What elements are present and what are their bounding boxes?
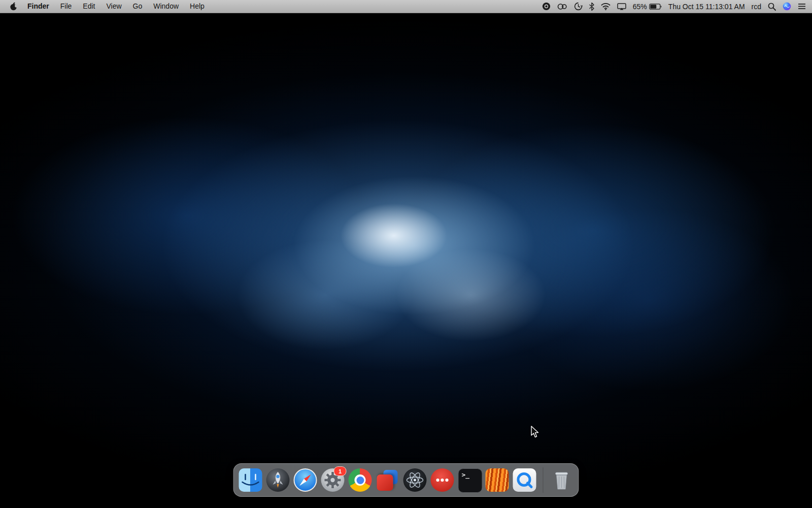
wifi-icon xyxy=(601,3,611,10)
finder-icon xyxy=(239,468,262,492)
quicktime-q-icon xyxy=(513,468,536,492)
red-blue-app-icon xyxy=(376,468,399,492)
menu-go[interactable]: Go xyxy=(128,0,148,13)
menu-bar: Finder File Edit View Go Window Help xyxy=(0,0,812,13)
dock-item-finder[interactable] xyxy=(239,468,262,492)
bluetooth-menu-extra[interactable] xyxy=(589,0,594,13)
dock-item-terminal[interactable]: >_ xyxy=(458,468,482,492)
menu-bar-left: Finder File Edit View Go Window Help xyxy=(6,0,210,13)
menu-window[interactable]: Window xyxy=(148,0,184,13)
menu-help[interactable]: Help xyxy=(185,0,210,13)
notification-badge: 1 xyxy=(334,466,347,476)
menu-file[interactable]: File xyxy=(55,0,77,13)
dock-item-system-preferences[interactable]: 1 xyxy=(321,468,345,492)
dock-item-chrome[interactable] xyxy=(349,468,372,492)
apple-logo-icon xyxy=(10,2,18,11)
siri-icon xyxy=(783,2,791,11)
battery-icon xyxy=(649,4,662,10)
trash-icon xyxy=(550,468,573,492)
terminal-icon: >_ xyxy=(458,468,483,493)
bluetooth-icon xyxy=(589,3,594,11)
atom-orbits-icon xyxy=(403,468,427,492)
mouse-cursor xyxy=(530,426,539,438)
menu-view[interactable]: View xyxy=(101,0,126,13)
launchpad-rocket-icon xyxy=(266,468,290,492)
menu-edit[interactable]: Edit xyxy=(78,0,100,13)
dock-item-atom-app[interactable] xyxy=(403,468,427,492)
apple-menu[interactable] xyxy=(6,2,21,11)
creative-cloud-menu-extra[interactable] xyxy=(557,0,567,13)
dock: 1 xyxy=(233,463,579,497)
menu-bar-clock[interactable]: Thu Oct 15 11:13:01 AM xyxy=(668,3,745,11)
dock-item-launchpad[interactable] xyxy=(266,468,290,492)
terminal-prompt-glyph: >_ xyxy=(462,471,470,479)
creative-cloud-icon xyxy=(557,3,567,10)
dock-item-quicktime[interactable] xyxy=(513,468,536,492)
dock-item-safari[interactable] xyxy=(294,468,317,492)
battery-menu-extra[interactable]: 65% xyxy=(633,0,662,13)
red-dots-icon xyxy=(431,468,454,492)
dock-item-red-blue-app[interactable] xyxy=(376,468,399,492)
dock-item-red-dots-app[interactable] xyxy=(431,468,454,492)
siri-menu-extra[interactable] xyxy=(783,0,791,13)
notification-center-menu-extra[interactable] xyxy=(798,0,806,13)
menu-list-icon xyxy=(798,3,806,10)
active-app-menu[interactable]: Finder xyxy=(22,0,54,13)
desktop-wallpaper[interactable] xyxy=(0,13,812,508)
chrome-icon xyxy=(349,468,372,492)
user-menu-extra[interactable]: rcd xyxy=(752,3,761,11)
battery-percent-label: 65% xyxy=(633,3,647,11)
dock-item-trash[interactable] xyxy=(550,468,573,492)
dock-divider xyxy=(543,467,544,493)
search-icon xyxy=(768,3,776,11)
display-airplay-icon xyxy=(617,3,626,10)
time-machine-menu-extra[interactable] xyxy=(574,0,583,13)
wifi-menu-extra[interactable] xyxy=(601,0,611,13)
time-machine-icon xyxy=(574,2,583,11)
dock-item-orange-stripes-app[interactable] xyxy=(486,468,509,492)
display-menu-extra[interactable] xyxy=(617,0,626,13)
record-stop-icon xyxy=(542,2,551,11)
safari-compass-icon xyxy=(294,468,317,492)
spotlight-menu-extra[interactable] xyxy=(768,0,776,13)
record-stop-menu-extra[interactable] xyxy=(542,0,551,13)
menu-bar-status-area: 65% Thu Oct 15 11:13:01 AM rcd xyxy=(542,0,806,13)
orange-stripes-icon xyxy=(486,468,509,492)
